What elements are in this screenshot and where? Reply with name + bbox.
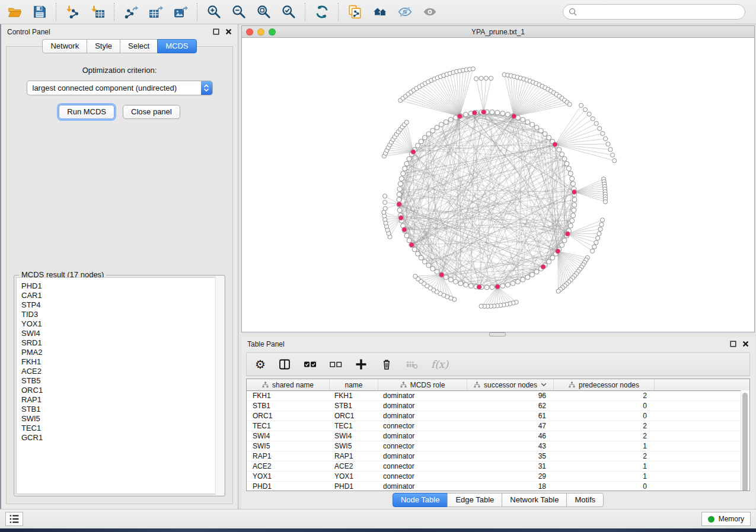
cell[interactable]: dominator	[378, 432, 467, 440]
table-row[interactable]: FKH1FKH1dominator962	[247, 391, 749, 401]
network-list-button[interactable]	[5, 512, 23, 526]
cell[interactable]: FKH1	[247, 392, 330, 400]
column-header-mcds-role[interactable]: MCDS role	[378, 379, 467, 390]
mcds-result-item[interactable]: ORC1	[21, 386, 212, 395]
cell[interactable]: RAP1	[330, 452, 378, 460]
duplicate-network-button[interactable]	[343, 2, 368, 22]
select-all-button[interactable]	[304, 358, 317, 371]
deselect-all-button[interactable]	[329, 358, 342, 371]
cell[interactable]: SWI5	[330, 442, 378, 450]
cell[interactable]: dominator	[378, 392, 467, 400]
cell[interactable]: 2	[554, 392, 655, 400]
network-canvas[interactable]	[242, 38, 754, 332]
cell[interactable]: SWI5	[247, 442, 330, 450]
splitter-grip[interactable]	[489, 332, 506, 336]
cell[interactable]: dominator	[378, 402, 467, 410]
cell[interactable]: dominator	[378, 412, 467, 420]
table-row[interactable]: PHD1PHD1dominator180	[247, 482, 749, 491]
memory-button[interactable]: Memory	[701, 512, 751, 526]
cell[interactable]: 29	[467, 472, 554, 480]
window-maximize-button[interactable]	[269, 28, 276, 36]
export-network-button[interactable]	[119, 2, 143, 22]
table-row[interactable]: RAP1RAP1dominator352	[247, 451, 749, 462]
window-minimize-button[interactable]	[257, 28, 264, 36]
cell[interactable]: 61	[467, 412, 554, 420]
mcds-result-item[interactable]: STB1	[21, 405, 212, 414]
add-column-button[interactable]	[355, 358, 368, 371]
cell[interactable]: 62	[467, 402, 554, 410]
column-header-shared-name[interactable]: shared name	[247, 379, 330, 390]
cell[interactable]: 2	[554, 452, 655, 460]
mcds-result-item[interactable]: YOX1	[21, 319, 212, 329]
cell[interactable]: ACE2	[247, 462, 330, 470]
cell[interactable]: 0	[554, 412, 655, 420]
close-icon[interactable]	[742, 341, 749, 347]
table-row[interactable]: SWI4SWI4dominator462	[247, 431, 749, 441]
cell[interactable]: ORC1	[330, 412, 378, 420]
tab-select[interactable]: Select	[120, 39, 158, 53]
cell[interactable]: TEC1	[330, 422, 378, 430]
mcds-result-item[interactable]: SWI5	[21, 414, 212, 424]
table-row[interactable]: ORC1ORC1dominator610	[247, 411, 749, 421]
criterion-dropdown[interactable]: largest connected component (undirected)	[27, 81, 213, 95]
zoom-in-button[interactable]	[202, 2, 227, 22]
table-scrollbar-thumb[interactable]	[742, 393, 748, 491]
cell[interactable]: YOX1	[247, 472, 330, 480]
cell[interactable]: connector	[378, 472, 467, 480]
save-button[interactable]	[27, 2, 52, 22]
mcds-result-item[interactable]: FKH1	[21, 357, 212, 367]
mcds-result-item[interactable]: RAP1	[21, 395, 212, 405]
import-network-button[interactable]	[60, 2, 85, 22]
cell[interactable]: STB1	[247, 402, 330, 410]
refresh-button[interactable]	[310, 2, 334, 22]
table-row[interactable]: SWI5SWI5connector431	[247, 441, 749, 451]
cell[interactable]: SWI4	[247, 432, 330, 440]
cell[interactable]: STB1	[330, 402, 378, 410]
search-input[interactable]	[580, 7, 739, 17]
horizontal-splitter[interactable]	[238, 332, 756, 336]
zoom-selected-button[interactable]	[276, 2, 301, 22]
cell[interactable]: connector	[378, 422, 467, 430]
table-tab-edge-table[interactable]: Edge Table	[447, 493, 502, 507]
cell[interactable]: PHD1	[330, 482, 378, 491]
cell[interactable]: 96	[467, 392, 554, 400]
tab-network[interactable]: Network	[42, 39, 87, 53]
mcds-result-item[interactable]: ACE2	[21, 367, 212, 376]
table-tab-motifs[interactable]: Motifs	[566, 493, 604, 507]
cell[interactable]: 1	[554, 462, 655, 470]
cell[interactable]: 18	[467, 482, 554, 491]
column-header-successor-nodes[interactable]: successor nodes	[467, 379, 554, 390]
table-tab-node-table[interactable]: Node Table	[393, 493, 448, 507]
zoom-fit-button[interactable]	[251, 2, 276, 22]
tab-mcds[interactable]: MCDS	[157, 39, 196, 53]
cell[interactable]: 46	[467, 432, 554, 440]
hide-selected-button[interactable]	[393, 2, 417, 22]
mcds-result-item[interactable]: STP4	[21, 300, 212, 310]
cell[interactable]: dominator	[378, 482, 467, 491]
mcds-result-item[interactable]: STB5	[21, 376, 212, 386]
search-box[interactable]	[563, 4, 745, 20]
cell[interactable]: connector	[378, 462, 467, 470]
show-all-button[interactable]	[417, 2, 442, 22]
cell[interactable]: FKH1	[330, 392, 378, 400]
network-graph[interactable]	[242, 38, 754, 332]
gear-button[interactable]: ⚙	[255, 358, 266, 370]
cell[interactable]: 2	[554, 422, 655, 430]
run-mcds-button[interactable]: Run MCDS	[59, 105, 114, 119]
cell[interactable]: 1	[554, 472, 655, 480]
float-icon[interactable]	[213, 28, 219, 35]
cell[interactable]: YOX1	[330, 472, 378, 480]
table-row[interactable]: TEC1TEC1connector472	[247, 421, 749, 431]
delete-column-button[interactable]	[380, 358, 393, 371]
cell[interactable]: connector	[378, 442, 467, 450]
mcds-result-item[interactable]: PHD1	[21, 281, 212, 291]
cell[interactable]: 43	[467, 442, 554, 450]
cell[interactable]: 2	[554, 432, 655, 440]
table-tab-network-table[interactable]: Network Table	[502, 493, 567, 507]
mcds-result-item[interactable]: PMA2	[21, 348, 212, 357]
cell[interactable]: PHD1	[247, 482, 330, 491]
close-panel-button[interactable]: Close panel	[123, 105, 180, 119]
cell[interactable]: dominator	[378, 452, 467, 460]
mcds-result-item[interactable]: GCR1	[21, 433, 212, 443]
mcds-list-scrollbar[interactable]	[215, 276, 224, 495]
